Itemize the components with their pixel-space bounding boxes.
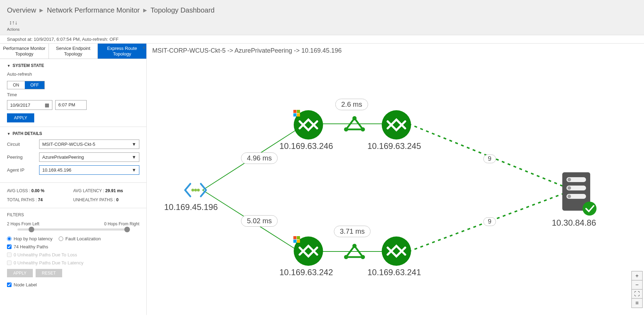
breadcrumb-item[interactable]: Overview (7, 6, 36, 14)
circuit-select[interactable]: MSIT-CORP-WCUS-Ckt-5 ▼ (39, 140, 139, 149)
topology-graph: 10.169.45.196 10.169.63.246 10.169.63.24… (147, 61, 644, 315)
filters-title: FILTERS (7, 212, 139, 217)
check-node-label[interactable] (7, 283, 12, 287)
system-state-section: ▼ SYSTEM STATE Auto-refresh ON OFF Time … (0, 59, 146, 127)
time-input[interactable]: 6:07 PM (55, 100, 87, 110)
stat-total-paths: TOTAL PATHS : 74 (7, 196, 73, 204)
zoom-in-button[interactable]: + (632, 271, 642, 280)
zoom-out-button[interactable]: − (632, 280, 642, 289)
radio-label: Fault Localization (65, 236, 101, 241)
slider-handle-right[interactable] (124, 227, 130, 232)
snapshot-bar: Snapshot at: 10/9/2017, 6:07:54 PM, Auto… (0, 35, 644, 44)
main: ‹ Performance Monitor Topology Service E… (0, 44, 644, 315)
agent-ip-select[interactable]: 10.169.45.196 ▼ (39, 165, 139, 175)
svg-point-27 (568, 195, 571, 198)
stat-avg-loss: AVG LOSS : 0.00 % (7, 187, 73, 195)
stat-avg-latency: AVG LATENCY : 29.91 ms (73, 187, 140, 195)
node-label: 10.169.63.245 (367, 141, 421, 151)
canvas-title: MSIT-CORP-WCUS-Ckt-5 -> AzurePrivatePeer… (147, 44, 644, 58)
toggle-off[interactable]: OFF (25, 81, 44, 89)
select-value: 10.169.45.196 (42, 167, 71, 173)
actions-bar: ↕↑↓ Actions (7, 17, 637, 35)
triangle-down-icon: ▼ (7, 64, 10, 68)
select-value: MSIT-CORP-WCUS-Ckt-5 (42, 142, 95, 147)
svg-point-20 (382, 236, 411, 266)
svg-point-14 (191, 189, 194, 191)
apply-button[interactable]: APPLY (7, 113, 34, 122)
hops-badge: 9 (483, 155, 496, 163)
tab-label: Topology (15, 51, 33, 57)
peering-select[interactable]: AzurePrivatePeering ▼ (39, 152, 139, 162)
microsoft-logo-icon (293, 236, 300, 243)
path-stats: AVG LOSS : 0.00 % AVG LATENCY : 29.91 ms… (0, 183, 146, 208)
filters-section: FILTERS 2 Hops From Left 0 Hops From Rig… (0, 208, 146, 294)
topology-tabs: Performance Monitor Topology Service End… (0, 44, 146, 59)
svg-point-12 (344, 255, 348, 259)
chevron-right-icon: ▶ (39, 7, 43, 13)
calendar-icon: ▦ (45, 102, 49, 108)
node-label: 10.169.45.196 (164, 202, 218, 212)
topology-canvas[interactable]: MSIT-CORP-WCUS-Ckt-5 -> AzurePrivatePeer… (147, 44, 644, 315)
actions-label: Actions (7, 27, 20, 31)
node-label: 10.169.63.241 (367, 268, 421, 277)
section-header[interactable]: ▼ PATH DETAILS (7, 131, 139, 136)
sliders-icon: ↕↑↓ (9, 20, 17, 26)
hops-slider[interactable] (17, 228, 129, 231)
check-label: 0 Unhealthy Paths Due To Latency (14, 260, 83, 265)
slider-handle-left[interactable] (29, 227, 34, 232)
radio-hop-latency[interactable] (7, 236, 12, 241)
latency-badge: 5.02 ms (241, 215, 278, 227)
tab-label: Topology (64, 51, 82, 57)
router-node-icon[interactable] (381, 109, 412, 141)
list-view-button[interactable]: ≡ (632, 299, 642, 308)
chevron-down-icon: ▼ (132, 155, 136, 160)
path-details-section: ▼ PATH DETAILS Circuit MSIT-CORP-WCUS-Ck… (0, 127, 146, 183)
tab-label: Service Endpoint (56, 46, 90, 51)
latency-badge: 3.71 ms (334, 226, 371, 237)
collapse-sidebar-button[interactable]: ‹ (143, 44, 145, 51)
tab-express-route[interactable]: Express Route Topology (98, 44, 146, 59)
triangle-down-icon: ▼ (7, 132, 10, 136)
slider-left-label: 2 Hops From Left (7, 221, 39, 226)
node-label: 10.169.63.246 (279, 141, 333, 151)
tab-label: Topology (113, 51, 131, 57)
header: Overview ▶ Network Performance Monitor ▶… (0, 0, 644, 35)
node-label: 10.30.84.86 (552, 218, 596, 228)
breadcrumb: Overview ▶ Network Performance Monitor ▶… (7, 3, 637, 17)
svg-point-7 (352, 116, 357, 120)
svg-point-9 (361, 127, 365, 131)
filters-reset-button[interactable]: RESET (36, 269, 62, 277)
tab-performance-monitor[interactable]: Performance Monitor Topology (0, 44, 49, 59)
check-unhealthy-latency (7, 261, 12, 265)
section-title-text: SYSTEM STATE (13, 63, 44, 68)
server-node-icon[interactable] (559, 170, 597, 216)
check-healthy-paths[interactable] (7, 244, 12, 249)
source-node-icon[interactable] (182, 180, 210, 201)
tab-label: Performance Monitor (3, 46, 45, 51)
breadcrumb-item[interactable]: Topology Dashboard (151, 6, 214, 14)
section-header[interactable]: ▼ SYSTEM STATE (7, 63, 139, 68)
check-label: 0 Unhealthy Paths Due To Loss (14, 252, 77, 257)
zoom-fit-button[interactable]: ⛶ (632, 289, 642, 299)
radio-label: Hop by hop latency (14, 236, 52, 241)
svg-point-8 (344, 127, 348, 131)
chevron-down-icon: ▼ (132, 167, 136, 173)
latency-badge: 2.6 ms (335, 99, 368, 110)
breadcrumb-item[interactable]: Network Performance Monitor (47, 6, 140, 14)
tab-service-endpoint[interactable]: Service Endpoint Topology (49, 44, 98, 59)
peering-label: Peering (7, 155, 35, 160)
svg-point-11 (352, 244, 357, 248)
svg-point-28 (583, 202, 597, 216)
chevron-down-icon: ▼ (132, 142, 136, 147)
time-label: Time (7, 92, 139, 97)
router-node-icon[interactable] (381, 235, 412, 267)
filters-apply-button[interactable]: APPLY (7, 269, 33, 277)
node-label: 10.169.63.242 (279, 268, 333, 277)
auto-refresh-toggle[interactable]: ON OFF (7, 81, 45, 89)
section-title-text: PATH DETAILS (13, 131, 42, 136)
toggle-on[interactable]: ON (7, 81, 25, 89)
actions-button[interactable]: ↕↑↓ Actions (7, 20, 20, 31)
svg-point-13 (361, 255, 365, 259)
date-input[interactable]: 10/9/2017 ▦ (7, 100, 52, 110)
radio-fault-localization[interactable] (59, 236, 63, 241)
